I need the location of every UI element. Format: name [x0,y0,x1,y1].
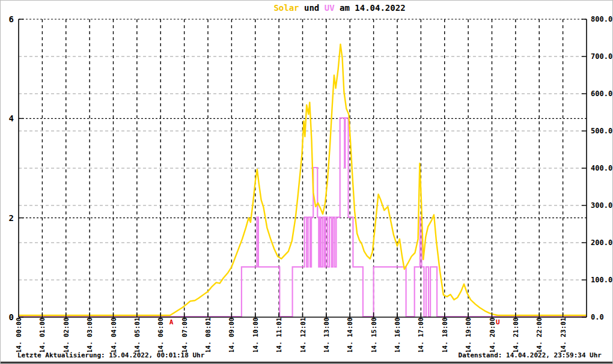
x-axis-tick-label: 14. 13:00 [323,317,331,353]
right-axis-tick-label: 200.0 [591,238,612,247]
x-axis-tick-label: 14. 07:00 [181,317,189,353]
chart-page: 02460.0100.0200.0300.0400.0500.0600.0700… [0,0,613,364]
chart-title: Solar und UV am 14.04.2022 [66,3,613,13]
right-axis-tick-label: 100.0 [591,276,612,284]
solar-uv-chart: 02460.0100.0200.0300.0400.0500.0600.0700… [1,1,613,355]
x-axis-tick-label: 14. 03:00 [86,317,94,353]
data-timestamp-text: Datenstand: 14.04.2022, 23:59:34 Uhr [459,351,602,359]
right-axis-tick-label: 800.0 [591,15,612,23]
x-axis-tick-label: 14. 23:01 [560,317,567,353]
right-axis-tick-label: 0.0 [591,313,604,321]
x-axis-tick-label: 14. 04:00 [110,317,118,353]
left-axis-tick-label: 6 [9,14,14,24]
x-axis-tick-label: 14. 06:00 [157,317,165,353]
right-axis-tick-label: 300.0 [591,201,612,210]
x-axis-tick-label: 14. 01:00 [38,317,46,353]
title-part: am 14.04.2022 [335,3,406,13]
x-axis-tick-label: 14. 08:01 [204,317,212,353]
right-axis-tick-label: 700.0 [591,52,612,61]
status-bar: Letzte Aktualisierung: 15.04.2022, 00:01… [1,352,612,363]
x-axis-tick-label: 14. 18:00 [441,317,449,353]
x-axis-tick-label: 14. 05:01 [133,317,141,353]
last-update-text: Letzte Aktualisierung: 15.04.2022, 00:01… [17,351,204,359]
x-axis-tick-label: 14. 09:00 [228,317,236,353]
x-axis-tick-label: 14. 10:00 [252,317,260,353]
x-axis-tick-label: 14. 22:00 [535,317,543,353]
x-axis-tick-label: 14. 02:00 [63,317,70,353]
sunrise-marker: A [169,318,174,326]
x-axis-tick-label: 14. 17:00 [417,317,425,353]
x-axis-tick-label: 14. 20:00 [489,317,496,353]
x-axis-tick-label: 14. 16:00 [394,317,401,353]
title-part: UV [325,3,335,13]
title-part: und [299,3,325,13]
x-axis-tick-label: 14. 19:00 [465,317,472,353]
right-axis-tick-label: 500.0 [591,127,612,135]
left-axis-tick-label: 2 [9,213,14,223]
left-axis-tick-label: 0 [9,312,14,322]
sunset-marker: U [496,318,500,326]
right-axis-tick-label: 600.0 [591,89,612,98]
x-axis-tick-label: 14. 11:01 [275,317,283,353]
x-axis-tick-label: 14. 14:00 [346,317,354,353]
title-part: Solar [273,3,299,13]
x-axis-tick-label: 14. 21:00 [512,317,520,353]
x-axis-tick-label: 14. 00:00 [15,317,23,353]
right-axis-tick-label: 400.0 [591,164,612,172]
x-axis-tick-label: 14. 15:00 [370,317,378,353]
solar-series-line [19,44,587,315]
x-axis-tick-label: 14. 12:01 [299,317,307,353]
left-axis-tick-label: 4 [9,114,14,123]
